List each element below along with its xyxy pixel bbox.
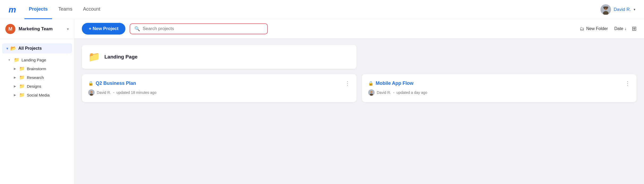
new-folder-button[interactable]: 🗂 New Folder [579,24,609,33]
team-icon: M [5,24,15,34]
project-title-row: 🔒 Q2 Business Plan [88,81,136,86]
social-media-label: Social Media [27,93,50,97]
project-updated: updated a day ago [396,90,427,95]
folder-card-icon: 📁 [88,51,100,62]
new-project-button[interactable]: + New Project [82,23,125,35]
project-separator: - [113,90,115,95]
brainstorm-expand-icon: ▶ [14,67,17,70]
sort-icon: ↓ [624,26,626,31]
folder-card-landing-page[interactable]: 📁 Landing Page [82,45,357,69]
project-title-row: 🔒 Mobile App Flow [368,81,413,86]
sidebar-item-landing-page[interactable]: ▾ 📁 Landing Page [0,56,74,64]
folder-card-name: Landing Page [104,54,138,60]
main-content: + New Project 🔍 🗂 New Folder Date ↓ ⊞ [74,19,644,184]
search-input[interactable] [143,26,263,31]
project-card-header: 🔒 Q2 Business Plan ⋮ [88,81,350,86]
search-box: 🔍 [130,23,268,34]
new-folder-icon: 🗂 [580,26,584,32]
landing-page-expand-icon: ▾ [9,58,12,62]
empty-cell [362,45,637,69]
toolbar-right: 🗂 New Folder Date ↓ ⊞ [579,24,637,33]
all-projects-label: All Projects [18,46,42,51]
svg-point-12 [370,91,372,93]
date-label: Date [614,26,623,31]
date-sort-button[interactable]: Date ↓ [614,26,626,31]
more-options-icon[interactable]: ⋮ [625,81,630,86]
lock-icon: 🔒 [88,81,94,86]
designs-folder-icon: 📁 [19,83,25,89]
research-expand-icon: ▶ [14,76,17,79]
project-updated: updated 18 minutes ago [116,90,156,95]
all-projects-folder-icon: 📂 [10,45,16,51]
research-folder-icon: 📁 [19,75,25,80]
tab-projects[interactable]: Projects [24,0,52,19]
project-card-mobile-app-flow[interactable]: 🔒 Mobile App Flow ⋮ David R. - [362,74,637,102]
grid-view-icon[interactable]: ⊞ [632,25,637,32]
sidebar-item-designs[interactable]: ▶ 📁 Designs [0,82,74,91]
sidebar-item-social-media[interactable]: ▶ 📁 Social Media [0,91,74,99]
designs-expand-icon: ▶ [14,85,17,88]
nav-tabs: Projects Teams Account [24,0,600,19]
project-title: Mobile App Flow [376,81,413,86]
projects-grid: 📁 Landing Page 🔒 Q2 Business Plan ⋮ [74,39,644,108]
social-media-expand-icon: ▶ [14,93,17,97]
project-meta: David R. - updated a day ago [368,89,630,96]
designs-label: Designs [27,84,41,89]
tree-root-chevron: ▾ [6,47,8,51]
research-label: Research [27,75,44,80]
team-dropdown-icon: ▾ [67,27,69,31]
sidebar-item-research[interactable]: ▶ 📁 Research [0,73,74,82]
landing-page-folder-icon: 📁 [14,57,19,63]
user-name: David R. [614,7,631,12]
user-menu[interactable]: David R. ▾ [600,4,635,15]
project-title: Q2 Business Plan [96,81,136,86]
brainstorm-folder-icon: 📁 [19,66,25,72]
tab-account[interactable]: Account [79,0,105,19]
social-media-folder-icon: 📁 [19,92,25,98]
tab-teams[interactable]: Teams [54,0,77,19]
project-separator: - [393,90,395,95]
svg-rect-7 [603,6,608,9]
team-selector[interactable]: M Marketing Team ▾ [0,19,74,39]
project-card-header: 🔒 Mobile App Flow ⋮ [368,81,630,86]
logo: m [9,5,16,14]
avatar [600,4,611,15]
top-nav: m Projects Teams Account David R. ▾ [0,0,644,19]
sidebar-item-brainstorm[interactable]: ▶ 📁 Brainstorm [0,64,74,73]
svg-point-9 [90,91,92,93]
svg-point-13 [370,94,373,96]
project-author-avatar [368,89,375,96]
search-icon: 🔍 [134,26,140,32]
toolbar: + New Project 🔍 🗂 New Folder Date ↓ ⊞ [74,19,644,39]
lock-icon: 🔒 [368,81,374,86]
brainstorm-label: Brainstorm [27,66,46,71]
project-author: David R. [377,90,391,95]
project-author: David R. [97,90,111,95]
content-area: M Marketing Team ▾ ▾ 📂 All Projects ▾ 📁 … [0,19,644,184]
all-projects-item[interactable]: ▾ 📂 All Projects [2,43,72,53]
more-options-icon[interactable]: ⋮ [345,81,350,86]
project-card-q2-business-plan[interactable]: 🔒 Q2 Business Plan ⋮ David R. - [82,74,357,102]
sidebar: M Marketing Team ▾ ▾ 📂 All Projects ▾ 📁 … [0,19,74,184]
project-meta: David R. - updated 18 minutes ago [88,89,350,96]
svg-point-10 [90,94,93,96]
sidebar-tree: ▾ 📂 All Projects ▾ 📁 Landing Page ▶ 📁 Br… [0,39,74,184]
new-folder-label: New Folder [586,26,608,31]
landing-page-label: Landing Page [22,58,46,62]
project-author-avatar [88,89,95,96]
chevron-down-icon: ▾ [634,7,635,11]
team-name: Marketing Team [19,26,64,32]
